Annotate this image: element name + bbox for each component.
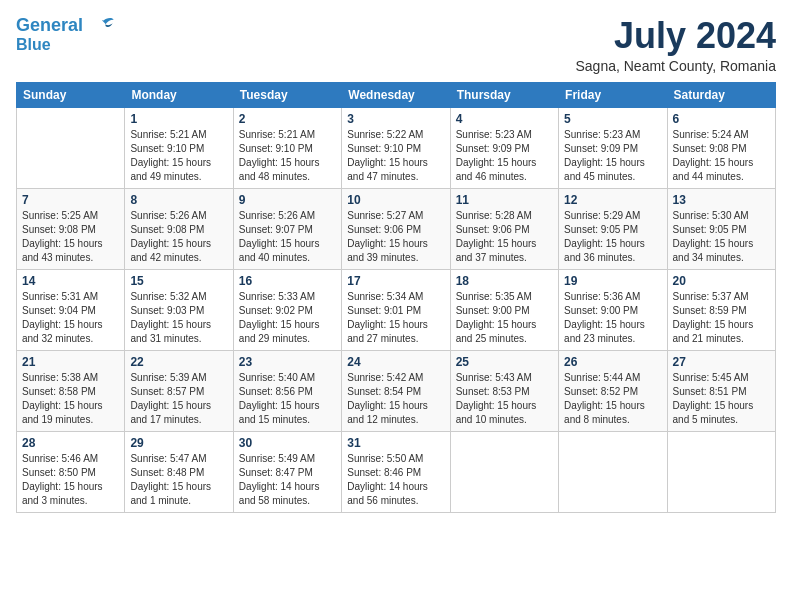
day-number: 20 <box>673 274 770 288</box>
weekday-header-cell: Friday <box>559 82 667 107</box>
day-number: 3 <box>347 112 444 126</box>
day-info: Sunrise: 5:28 AMSunset: 9:06 PMDaylight:… <box>456 209 553 265</box>
day-number: 18 <box>456 274 553 288</box>
day-info: Sunrise: 5:26 AMSunset: 9:08 PMDaylight:… <box>130 209 227 265</box>
day-info: Sunrise: 5:23 AMSunset: 9:09 PMDaylight:… <box>456 128 553 184</box>
day-info: Sunrise: 5:32 AMSunset: 9:03 PMDaylight:… <box>130 290 227 346</box>
calendar-table: SundayMondayTuesdayWednesdayThursdayFrid… <box>16 82 776 513</box>
calendar-week-row: 28Sunrise: 5:46 AMSunset: 8:50 PMDayligh… <box>17 431 776 512</box>
calendar-cell: 5Sunrise: 5:23 AMSunset: 9:09 PMDaylight… <box>559 107 667 188</box>
calendar-cell: 26Sunrise: 5:44 AMSunset: 8:52 PMDayligh… <box>559 350 667 431</box>
day-info: Sunrise: 5:21 AMSunset: 9:10 PMDaylight:… <box>130 128 227 184</box>
day-info: Sunrise: 5:36 AMSunset: 9:00 PMDaylight:… <box>564 290 661 346</box>
day-number: 26 <box>564 355 661 369</box>
calendar-cell: 13Sunrise: 5:30 AMSunset: 9:05 PMDayligh… <box>667 188 775 269</box>
title-block: July 2024 Sagna, Neamt County, Romania <box>575 16 776 74</box>
calendar-cell: 1Sunrise: 5:21 AMSunset: 9:10 PMDaylight… <box>125 107 233 188</box>
calendar-cell: 16Sunrise: 5:33 AMSunset: 9:02 PMDayligh… <box>233 269 341 350</box>
calendar-cell: 25Sunrise: 5:43 AMSunset: 8:53 PMDayligh… <box>450 350 558 431</box>
calendar-cell <box>17 107 125 188</box>
calendar-cell: 12Sunrise: 5:29 AMSunset: 9:05 PMDayligh… <box>559 188 667 269</box>
calendar-cell: 11Sunrise: 5:28 AMSunset: 9:06 PMDayligh… <box>450 188 558 269</box>
month-year: July 2024 <box>575 16 776 56</box>
day-number: 11 <box>456 193 553 207</box>
day-number: 25 <box>456 355 553 369</box>
calendar-week-row: 1Sunrise: 5:21 AMSunset: 9:10 PMDaylight… <box>17 107 776 188</box>
day-number: 28 <box>22 436 119 450</box>
day-info: Sunrise: 5:31 AMSunset: 9:04 PMDaylight:… <box>22 290 119 346</box>
day-info: Sunrise: 5:39 AMSunset: 8:57 PMDaylight:… <box>130 371 227 427</box>
day-info: Sunrise: 5:47 AMSunset: 8:48 PMDaylight:… <box>130 452 227 508</box>
day-info: Sunrise: 5:37 AMSunset: 8:59 PMDaylight:… <box>673 290 770 346</box>
calendar-cell: 14Sunrise: 5:31 AMSunset: 9:04 PMDayligh… <box>17 269 125 350</box>
day-number: 4 <box>456 112 553 126</box>
day-number: 6 <box>673 112 770 126</box>
day-info: Sunrise: 5:50 AMSunset: 8:46 PMDaylight:… <box>347 452 444 508</box>
day-number: 19 <box>564 274 661 288</box>
day-number: 30 <box>239 436 336 450</box>
calendar-cell: 8Sunrise: 5:26 AMSunset: 9:08 PMDaylight… <box>125 188 233 269</box>
calendar-cell: 20Sunrise: 5:37 AMSunset: 8:59 PMDayligh… <box>667 269 775 350</box>
calendar-cell: 7Sunrise: 5:25 AMSunset: 9:08 PMDaylight… <box>17 188 125 269</box>
logo: General Blue <box>16 16 115 53</box>
calendar-cell <box>450 431 558 512</box>
day-number: 21 <box>22 355 119 369</box>
header: General Blue July 2024 Sagna, Neamt Coun… <box>16 16 776 74</box>
calendar-cell <box>667 431 775 512</box>
logo-blue-text: Blue <box>16 36 51 54</box>
day-info: Sunrise: 5:46 AMSunset: 8:50 PMDaylight:… <box>22 452 119 508</box>
calendar-cell: 28Sunrise: 5:46 AMSunset: 8:50 PMDayligh… <box>17 431 125 512</box>
calendar-cell: 2Sunrise: 5:21 AMSunset: 9:10 PMDaylight… <box>233 107 341 188</box>
day-number: 7 <box>22 193 119 207</box>
weekday-header-cell: Tuesday <box>233 82 341 107</box>
day-number: 31 <box>347 436 444 450</box>
calendar-week-row: 14Sunrise: 5:31 AMSunset: 9:04 PMDayligh… <box>17 269 776 350</box>
calendar-cell: 6Sunrise: 5:24 AMSunset: 9:08 PMDaylight… <box>667 107 775 188</box>
day-number: 24 <box>347 355 444 369</box>
calendar-cell: 24Sunrise: 5:42 AMSunset: 8:54 PMDayligh… <box>342 350 450 431</box>
day-info: Sunrise: 5:38 AMSunset: 8:58 PMDaylight:… <box>22 371 119 427</box>
day-info: Sunrise: 5:49 AMSunset: 8:47 PMDaylight:… <box>239 452 336 508</box>
day-number: 23 <box>239 355 336 369</box>
day-info: Sunrise: 5:27 AMSunset: 9:06 PMDaylight:… <box>347 209 444 265</box>
day-info: Sunrise: 5:33 AMSunset: 9:02 PMDaylight:… <box>239 290 336 346</box>
location: Sagna, Neamt County, Romania <box>575 58 776 74</box>
calendar-cell: 3Sunrise: 5:22 AMSunset: 9:10 PMDaylight… <box>342 107 450 188</box>
calendar-cell: 15Sunrise: 5:32 AMSunset: 9:03 PMDayligh… <box>125 269 233 350</box>
calendar-week-row: 21Sunrise: 5:38 AMSunset: 8:58 PMDayligh… <box>17 350 776 431</box>
day-info: Sunrise: 5:24 AMSunset: 9:08 PMDaylight:… <box>673 128 770 184</box>
day-number: 27 <box>673 355 770 369</box>
logo-text: General <box>16 16 83 36</box>
weekday-header-row: SundayMondayTuesdayWednesdayThursdayFrid… <box>17 82 776 107</box>
day-info: Sunrise: 5:21 AMSunset: 9:10 PMDaylight:… <box>239 128 336 184</box>
calendar-cell: 17Sunrise: 5:34 AMSunset: 9:01 PMDayligh… <box>342 269 450 350</box>
calendar-week-row: 7Sunrise: 5:25 AMSunset: 9:08 PMDaylight… <box>17 188 776 269</box>
day-number: 1 <box>130 112 227 126</box>
weekday-header-cell: Saturday <box>667 82 775 107</box>
day-number: 22 <box>130 355 227 369</box>
weekday-header-cell: Monday <box>125 82 233 107</box>
day-info: Sunrise: 5:43 AMSunset: 8:53 PMDaylight:… <box>456 371 553 427</box>
day-info: Sunrise: 5:42 AMSunset: 8:54 PMDaylight:… <box>347 371 444 427</box>
day-info: Sunrise: 5:22 AMSunset: 9:10 PMDaylight:… <box>347 128 444 184</box>
calendar-cell: 19Sunrise: 5:36 AMSunset: 9:00 PMDayligh… <box>559 269 667 350</box>
day-number: 10 <box>347 193 444 207</box>
day-number: 14 <box>22 274 119 288</box>
day-info: Sunrise: 5:30 AMSunset: 9:05 PMDaylight:… <box>673 209 770 265</box>
day-info: Sunrise: 5:35 AMSunset: 9:00 PMDaylight:… <box>456 290 553 346</box>
day-info: Sunrise: 5:23 AMSunset: 9:09 PMDaylight:… <box>564 128 661 184</box>
day-info: Sunrise: 5:40 AMSunset: 8:56 PMDaylight:… <box>239 371 336 427</box>
logo-bird-icon <box>87 17 115 35</box>
day-info: Sunrise: 5:25 AMSunset: 9:08 PMDaylight:… <box>22 209 119 265</box>
day-number: 15 <box>130 274 227 288</box>
main-container: General Blue July 2024 Sagna, Neamt Coun… <box>0 0 792 523</box>
calendar-cell: 23Sunrise: 5:40 AMSunset: 8:56 PMDayligh… <box>233 350 341 431</box>
day-info: Sunrise: 5:26 AMSunset: 9:07 PMDaylight:… <box>239 209 336 265</box>
day-number: 8 <box>130 193 227 207</box>
day-number: 29 <box>130 436 227 450</box>
day-info: Sunrise: 5:29 AMSunset: 9:05 PMDaylight:… <box>564 209 661 265</box>
calendar-cell: 30Sunrise: 5:49 AMSunset: 8:47 PMDayligh… <box>233 431 341 512</box>
calendar-cell <box>559 431 667 512</box>
calendar-cell: 10Sunrise: 5:27 AMSunset: 9:06 PMDayligh… <box>342 188 450 269</box>
day-number: 12 <box>564 193 661 207</box>
